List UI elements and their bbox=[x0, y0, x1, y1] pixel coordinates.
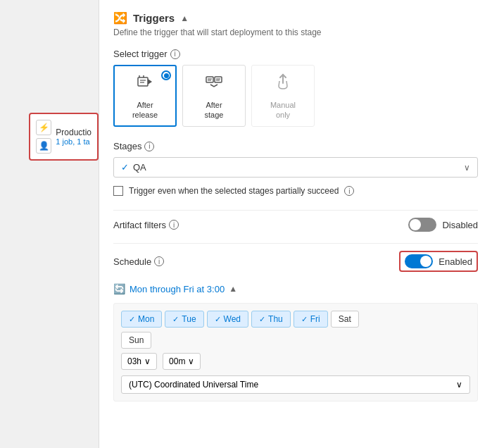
schedule-left: Schedule i bbox=[113, 256, 164, 267]
artifact-filters-status: Disabled bbox=[442, 220, 478, 230]
hour-select[interactable]: 03h ∨ bbox=[121, 353, 157, 370]
day-pill-sun[interactable]: Sun bbox=[121, 332, 151, 349]
partial-success-info-icon[interactable]: i bbox=[344, 186, 354, 196]
stage-name: Productio bbox=[56, 127, 92, 137]
hour-chevron-icon: ∨ bbox=[144, 356, 151, 366]
triggers-icon: 🔀 bbox=[113, 11, 127, 25]
select-trigger-label: Select trigger i bbox=[113, 49, 478, 59]
day-check-mon: ✓ bbox=[129, 315, 135, 324]
person-icon-btn[interactable]: 👤 bbox=[36, 138, 51, 154]
trigger-after-stage-label: Afterstage bbox=[205, 100, 224, 120]
divider-2 bbox=[113, 243, 478, 244]
panel-title: Triggers bbox=[133, 12, 175, 24]
artifact-filters-row: Artifact filters i Disabled bbox=[113, 218, 478, 232]
day-check-wed: ✓ bbox=[215, 315, 221, 324]
schedule-summary-text: Mon through Fri at 3:00 bbox=[130, 284, 225, 294]
day-pill-sat[interactable]: Sat bbox=[331, 311, 359, 328]
stages-value-text: QA bbox=[133, 162, 146, 173]
divider-1 bbox=[113, 210, 478, 211]
trigger-after-release[interactable]: Afterrelease bbox=[113, 65, 177, 127]
schedule-refresh-icon: 🔄 bbox=[113, 283, 125, 294]
svg-rect-5 bbox=[206, 77, 213, 82]
schedule-toggle[interactable] bbox=[405, 254, 433, 268]
minute-value: 00m bbox=[169, 356, 185, 366]
stages-label: Stages i bbox=[113, 141, 478, 151]
trigger-after-stage[interactable]: Afterstage bbox=[182, 65, 246, 127]
trigger-radio-after-release bbox=[161, 70, 171, 80]
after-release-icon bbox=[135, 72, 155, 96]
time-row: 03h ∨ 00m ∨ bbox=[121, 353, 470, 370]
schedule-row: Schedule i Enabled bbox=[113, 251, 478, 272]
schedule-label: Schedule bbox=[113, 256, 151, 267]
artifact-filters-right: Disabled bbox=[408, 218, 478, 232]
main-panel: 🔀 Triggers ▲ Define the trigger that wil… bbox=[99, 0, 492, 448]
stage-card: ⚡ 👤 Productio 1 job, 1 ta bbox=[29, 113, 99, 161]
partial-success-checkbox[interactable] bbox=[113, 186, 123, 196]
schedule-chevron-icon[interactable]: ▲ bbox=[229, 284, 237, 294]
svg-rect-0 bbox=[138, 77, 148, 86]
artifact-filters-left: Artifact filters i bbox=[113, 220, 179, 230]
day-pill-tue[interactable]: ✓ Tue bbox=[165, 311, 203, 328]
timezone-chevron-icon: ∨ bbox=[456, 380, 462, 390]
minute-chevron-icon: ∨ bbox=[188, 356, 194, 366]
schedule-status: Enabled bbox=[439, 256, 472, 267]
day-pill-mon[interactable]: ✓ Mon bbox=[121, 311, 162, 328]
artifact-filters-toggle-thumb bbox=[410, 219, 421, 230]
partial-success-row: Trigger even when the selected stages pa… bbox=[113, 186, 478, 196]
artifact-filters-info-icon[interactable]: i bbox=[169, 220, 179, 230]
after-stage-icon bbox=[204, 72, 224, 96]
timezone-value: (UTC) Coordinated Universal Time bbox=[129, 380, 258, 390]
select-trigger-info-icon[interactable]: i bbox=[170, 49, 180, 59]
stages-section: Stages i ✓ QA ∨ bbox=[113, 141, 478, 178]
day-pills-section: ✓ Mon ✓ Tue ✓ Wed ✓ Thu ✓ Fri Sat bbox=[113, 303, 478, 402]
stages-info-icon[interactable]: i bbox=[144, 142, 154, 151]
trigger-manual-only[interactable]: Manualonly bbox=[251, 65, 315, 127]
artifact-filters-toggle[interactable] bbox=[408, 218, 436, 232]
stages-chevron-icon: ∨ bbox=[464, 163, 470, 173]
stages-dropdown[interactable]: ✓ QA ∨ bbox=[113, 157, 478, 178]
stage-info: Productio 1 job, 1 ta bbox=[56, 127, 92, 146]
svg-rect-8 bbox=[215, 77, 222, 82]
panel-subtitle: Define the trigger that will start deplo… bbox=[113, 27, 478, 37]
day-pills-row-2: Sun bbox=[121, 332, 470, 349]
schedule-toggle-border: Enabled bbox=[399, 251, 478, 272]
partial-success-label: Trigger even when the selected stages pa… bbox=[129, 186, 339, 196]
trigger-after-release-label: Afterrelease bbox=[132, 100, 158, 120]
stages-dropdown-value: ✓ QA bbox=[121, 162, 146, 173]
day-pills-row-1: ✓ Mon ✓ Tue ✓ Wed ✓ Thu ✓ Fri Sat bbox=[121, 311, 470, 328]
trigger-icon-btn[interactable]: ⚡ bbox=[36, 120, 51, 135]
schedule-toggle-thumb bbox=[420, 256, 431, 267]
stage-icons: ⚡ 👤 bbox=[36, 120, 51, 154]
stage-sublabel: 1 job, 1 ta bbox=[56, 137, 92, 146]
day-pill-fri[interactable]: ✓ Fri bbox=[294, 311, 328, 328]
day-check-tue: ✓ bbox=[172, 315, 179, 324]
panel-header: 🔀 Triggers ▲ bbox=[113, 11, 478, 25]
timezone-select[interactable]: (UTC) Coordinated Universal Time ∨ bbox=[121, 375, 470, 394]
stages-check-icon: ✓ bbox=[121, 162, 129, 173]
schedule-right: Enabled bbox=[399, 251, 478, 272]
collapse-icon[interactable]: ▲ bbox=[180, 13, 189, 23]
trigger-options: Afterrelease Afterstage bbox=[113, 65, 478, 127]
artifact-filters-label: Artifact filters bbox=[113, 220, 166, 230]
minute-select[interactable]: 00m ∨ bbox=[163, 353, 201, 370]
day-pill-wed[interactable]: ✓ Wed bbox=[207, 311, 248, 328]
schedule-summary[interactable]: 🔄 Mon through Fri at 3:00 ▲ bbox=[113, 283, 478, 294]
day-check-fri: ✓ bbox=[301, 315, 308, 324]
day-check-thu: ✓ bbox=[259, 315, 265, 324]
sidebar: ⚡ 👤 Productio 1 job, 1 ta bbox=[0, 0, 99, 448]
manual-only-icon bbox=[273, 72, 293, 96]
schedule-info-icon[interactable]: i bbox=[154, 256, 164, 266]
hour-value: 03h bbox=[127, 356, 141, 366]
day-pill-thu[interactable]: ✓ Thu bbox=[251, 311, 291, 328]
trigger-manual-only-label: Manualonly bbox=[270, 100, 296, 120]
